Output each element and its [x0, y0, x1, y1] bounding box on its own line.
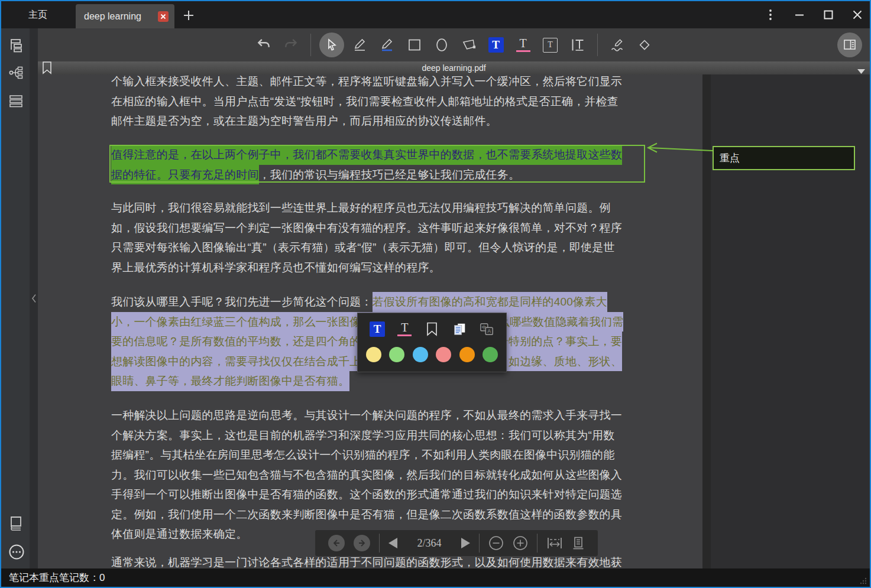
- redo-button[interactable]: [283, 37, 299, 53]
- bookmark-icon: [426, 322, 438, 336]
- annotation-note[interactable]: 重点: [713, 146, 855, 170]
- close-icon: [160, 14, 166, 20]
- tab-deep-learning[interactable]: deep learning: [76, 4, 174, 28]
- zoom-in-button[interactable]: [513, 535, 528, 551]
- tab-close-button[interactable]: [158, 11, 169, 22]
- document-title: deep learning.pdf: [38, 63, 870, 73]
- toolbar-separator: [310, 34, 311, 56]
- text-segment: 定。例如，我们使用一个二次函数来判断图像中是否有猫，但是像二次函数系数值这样的函…: [111, 505, 622, 525]
- polygon-icon: [461, 37, 477, 53]
- select-tool-button[interactable]: [319, 33, 344, 57]
- highlight-green-segment[interactable]: 值得注意的是，在以上两个例子中，我们都不需要收集真实世界中的数据，也不需要系统地…: [111, 145, 622, 165]
- notebook-button[interactable]: [8, 515, 24, 531]
- color-swatch-2[interactable]: [389, 347, 404, 362]
- menu-button[interactable]: [765, 9, 776, 20]
- highlight-text-tool-button[interactable]: T: [488, 37, 504, 53]
- fit-width-button[interactable]: [546, 536, 563, 550]
- previous-page-button[interactable]: [388, 538, 397, 548]
- text-line: 定。例如，我们使用一个二次函数来判断图像中是否有猫，但是像二次函数系数值这样的函…: [111, 505, 644, 525]
- new-tab-button[interactable]: [182, 9, 195, 22]
- text-line: 据的特征。只要有充足的时间，我们的常识与编程技巧已经足够让我们完成任务。: [111, 165, 644, 185]
- highlighter-tool-button[interactable]: [380, 37, 395, 53]
- home-tab[interactable]: 主页: [28, 1, 47, 28]
- color-swatch-6[interactable]: [483, 347, 498, 362]
- close-window-button[interactable]: [852, 9, 863, 20]
- outline-panel-button[interactable]: [8, 38, 24, 53]
- history-back-button[interactable]: [328, 535, 345, 551]
- text-line: 值得注意的是，在以上两个例子中，我们都不需要收集真实世界中的数据，也不需要系统地…: [111, 145, 644, 165]
- popup-copy-button[interactable]: [452, 321, 467, 337]
- ellipse-tool-button[interactable]: [434, 37, 449, 53]
- color-swatch-3[interactable]: [413, 347, 428, 362]
- app-window: 主页 deep learning: [0, 0, 871, 588]
- popup-underline-text-button[interactable]: T: [397, 321, 412, 337]
- color-swatch-1[interactable]: [366, 347, 381, 362]
- cursor-icon: [325, 38, 339, 52]
- popup-highlight-text-button[interactable]: T: [370, 321, 385, 337]
- rectangle-tool-button[interactable]: [407, 37, 422, 53]
- reading-layout-toggle-button[interactable]: [837, 33, 862, 57]
- pdf-title-bar[interactable]: deep learning.pdf: [38, 61, 870, 74]
- text-line: 界上最优秀的计算机科学家和程序员也不懂如何编写这样的程序。: [111, 258, 644, 278]
- polygon-tool-button[interactable]: [461, 37, 477, 53]
- undo-button[interactable]: [256, 37, 271, 53]
- tab-label: deep learning: [84, 11, 158, 22]
- collapse-panel-button[interactable]: [30, 292, 38, 305]
- nav-separator: [479, 534, 480, 553]
- text-line: 眼睛、鼻子等，最终才能判断图像中是否有猫。: [111, 371, 644, 391]
- text-segment: 体值则是通过数据来确定。: [111, 524, 247, 544]
- text-line: 邮件主题是否为空，或在主题为空时警告用户，而后用相应的协议传送邮件。: [111, 111, 644, 131]
- highlighter-icon: [380, 37, 395, 53]
- page-indicator[interactable]: 2/364: [406, 537, 452, 550]
- fit-page-button[interactable]: [572, 536, 585, 550]
- eraser-tool-button[interactable]: [637, 37, 652, 53]
- maximize-icon: [823, 9, 834, 20]
- more-icon: [8, 544, 25, 560]
- text-line: 与此同时，我们很容易就能找到一些连世界上最好的程序员也无法仅用编程技巧解决的简单…: [111, 198, 644, 218]
- maximize-button[interactable]: [823, 9, 834, 20]
- triangle-right-icon: [461, 538, 470, 548]
- mindmap-panel-button[interactable]: [8, 65, 24, 80]
- popup-translate-button[interactable]: 中 A: [479, 321, 494, 337]
- fit-page-icon: [572, 536, 585, 550]
- resize-grip[interactable]: [860, 577, 867, 584]
- color-swatch-5[interactable]: [459, 347, 475, 362]
- highlight-purple-segment[interactable]: 若假设所有图像的高和宽都是同样的400像素大: [373, 292, 607, 312]
- kebab-menu-icon: [769, 9, 772, 21]
- nav-separator: [537, 534, 538, 553]
- color-swatch-4[interactable]: [436, 347, 451, 362]
- triangle-left-icon: [388, 538, 397, 548]
- zoom-out-button[interactable]: [488, 535, 504, 551]
- text-line: 个输入框来接受收件人、主题、邮件正文等，程序将监听键盘输入并写入一个缓冲区，然后…: [111, 74, 644, 92]
- freehand-pen-tool-button[interactable]: [610, 37, 625, 53]
- text-segment: 个输入框来接受收件人、主题、邮件正文等，程序将监听键盘输入并写入一个缓冲区，然后…: [111, 74, 622, 92]
- tab-bar: 主页 deep learning: [1, 1, 870, 28]
- text-line: 我们该从哪里入手呢？我们先进一步简化这个问题：若假设所有图像的高和宽都是同样的4…: [111, 292, 644, 312]
- document-page[interactable]: 个输入框来接受收件人、主题、邮件正文等，程序将监听键盘输入并写入一个缓冲区，然后…: [38, 74, 870, 568]
- highlight-green-segment[interactable]: 据的特征。只要有充足的时间: [111, 165, 259, 185]
- text-box-tool-button[interactable]: T: [543, 37, 558, 53]
- history-forward-button[interactable]: [354, 535, 370, 551]
- notes-list-panel-button[interactable]: [8, 93, 24, 109]
- text-line: 只需要对每张输入图像输出“真”（表示有猫）或者“假”（表示无猫）即可。但令人惊讶…: [111, 238, 644, 258]
- pen-tool-button[interactable]: [352, 37, 368, 53]
- text-line: 据编程”。与其枯坐在房间里思考怎么设计一个识别猫的程序，不如利用人类肉眼在图像中…: [111, 445, 644, 465]
- vertical-scrollbar[interactable]: [702, 74, 711, 568]
- chevron-left-icon: [31, 294, 37, 303]
- arrow-left-icon: [332, 538, 341, 548]
- zoom-in-icon: [513, 535, 528, 551]
- highlight-purple-segment[interactable]: 眼睛、鼻子等，最终才能判断图像中是否有猫。: [111, 371, 349, 391]
- toolbar-separator: [597, 34, 598, 56]
- minimize-button[interactable]: [794, 9, 805, 20]
- underline-text-tool-button[interactable]: T: [516, 37, 531, 53]
- note-count-text: 笔记本重点笔记数：0: [1, 571, 105, 584]
- insert-text-tool-button[interactable]: [570, 37, 585, 53]
- next-page-button[interactable]: [461, 538, 470, 548]
- freehand-pen-icon: [610, 37, 625, 53]
- paragraph: 一种解决以上问题的思路是逆向思考。与其设计一个解决问题的程序，不如从最终的需求入…: [111, 405, 644, 544]
- rectangle-icon: [407, 37, 422, 53]
- text-segment: ，我们的常识与编程技巧已经足够让我们完成任务。: [259, 165, 520, 185]
- popup-bookmark-button[interactable]: [424, 321, 439, 337]
- text-line: 在相应的输入框中。当用户点击“发送”按钮时，我们需要检查收件人邮箱地址的格式是否…: [111, 92, 644, 112]
- more-options-button[interactable]: [8, 544, 24, 559]
